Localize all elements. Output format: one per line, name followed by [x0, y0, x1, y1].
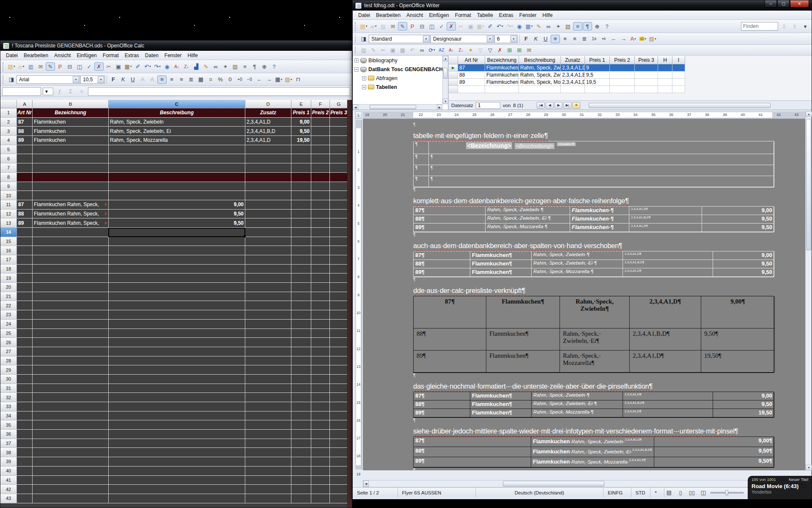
cell-B35[interactable]	[33, 420, 109, 430]
find-previous-icon[interactable]: ⇧	[790, 22, 799, 30]
scroll-down-icon[interactable]: ▼	[806, 465, 812, 470]
sort-descending-icon[interactable]: Z↓	[456, 46, 466, 54]
layout-book-icon[interactable]: ◫	[699, 489, 708, 497]
data-sources-icon[interactable]: ≡	[573, 22, 582, 30]
cell-E30[interactable]	[291, 375, 311, 384]
toolbar-grip[interactable]	[355, 35, 357, 43]
cell-D9[interactable]	[245, 182, 291, 191]
spelling-icon[interactable]: ✓	[85, 62, 94, 71]
cell-E2[interactable]: 9,00	[291, 118, 311, 127]
tab-stop-type-button[interactable]: L	[355, 111, 362, 119]
cell-D43[interactable]	[245, 494, 291, 503]
cell-G26[interactable]	[330, 338, 348, 347]
book-icon[interactable]: ▤	[664, 489, 674, 497]
cell-D27[interactable]	[245, 347, 291, 356]
reset-filter-icon[interactable]: ✗	[495, 46, 505, 54]
toolbar-grip[interactable]	[355, 47, 357, 54]
cell-E9[interactable]	[291, 182, 311, 191]
last-record-icon[interactable]: ▶|	[563, 102, 571, 109]
cell-D41[interactable]	[245, 476, 291, 485]
expander-icon[interactable]: +	[354, 58, 359, 63]
cell-C36[interactable]	[109, 430, 245, 439]
cell-G31[interactable]	[330, 384, 348, 393]
cell-E39[interactable]	[291, 457, 311, 467]
cell-B28[interactable]	[33, 356, 109, 366]
grid-cell[interactable]: 19,5	[585, 79, 610, 86]
zoom-icon[interactable]: ⊕	[260, 62, 269, 71]
row-header-18[interactable]: 18	[0, 265, 17, 274]
cell-E24[interactable]	[291, 320, 311, 329]
menu-datei[interactable]: Datei	[355, 11, 373, 19]
maximize-button[interactable]: ▢	[777, 0, 790, 8]
cell-E43[interactable]	[291, 494, 311, 503]
cell-B13[interactable]: Flammkuchen Rahm, Speck,	[33, 218, 109, 228]
cell-A12[interactable]: 88	[17, 210, 33, 219]
cell-A32[interactable]	[17, 393, 33, 402]
cell-E7[interactable]	[291, 163, 311, 173]
cell-C15[interactable]	[109, 237, 245, 246]
paragraph-style-combo-dropdown-icon[interactable]: ▾	[423, 36, 429, 42]
cell-C38[interactable]	[109, 448, 245, 457]
grid-horizontal-scrollbar[interactable]	[589, 103, 771, 108]
cell-A28[interactable]	[17, 356, 33, 366]
help-icon[interactable]: ?	[602, 22, 612, 30]
cell-A22[interactable]	[17, 301, 33, 310]
align-right-icon[interactable]: ≡	[570, 35, 579, 43]
cell-C40[interactable]	[109, 467, 245, 476]
row-header-38[interactable]: 38	[0, 448, 17, 457]
sort-descending-icon[interactable]: Z↓	[182, 62, 191, 71]
cell-A1[interactable]: Art Nr	[17, 108, 33, 118]
menu-einfügen[interactable]: Einfügen	[74, 52, 99, 59]
print-icon[interactable]: ⊟	[65, 62, 74, 71]
grid-cell[interactable]: 9,5	[585, 72, 610, 79]
row-header-10[interactable]: 10	[0, 191, 17, 200]
cell-G12[interactable]	[330, 210, 348, 219]
explorer-item-bibliography[interactable]: +Bibliography	[353, 56, 448, 65]
row-header-21[interactable]: 21	[0, 292, 17, 301]
cell-A11[interactable]: 87	[17, 200, 33, 210]
cell-F26[interactable]	[311, 338, 330, 347]
cell-C41[interactable]	[109, 476, 245, 485]
previous-record-icon[interactable]: ◀	[546, 102, 554, 109]
cell-E5[interactable]	[291, 145, 311, 155]
cell-D36[interactable]	[245, 430, 291, 439]
cell-F16[interactable]	[311, 246, 330, 255]
cell-C16[interactable]	[109, 246, 245, 255]
cell-E3[interactable]: 9,50	[291, 127, 311, 136]
cell-G27[interactable]	[330, 347, 348, 356]
cell-A33[interactable]	[17, 402, 33, 411]
page-preview-icon[interactable]: ◫	[427, 22, 436, 30]
add-decimal-icon[interactable]: +0	[235, 75, 244, 84]
cell-F3[interactable]	[311, 127, 330, 136]
name-box-dropdown-icon[interactable]: ▾	[43, 88, 53, 95]
redo-icon[interactable]: ↷▾	[505, 22, 514, 30]
cell-G6[interactable]	[330, 154, 348, 163]
cell-C19[interactable]	[109, 273, 245, 283]
show-draw-functions-icon[interactable]: ✎	[534, 22, 543, 30]
data-to-fields-icon[interactable]: ⊞	[515, 46, 524, 54]
cell-G38[interactable]	[330, 448, 348, 457]
export-pdf-icon[interactable]: P	[408, 22, 417, 30]
data-sources-icon[interactable]: ≡	[240, 62, 250, 71]
grid-cell[interactable]	[635, 86, 658, 93]
cell-D4[interactable]: 2,3,4,A1,D	[245, 136, 291, 145]
cell-C13[interactable]: 9,50	[109, 218, 245, 228]
grid-row[interactable]: 88FlammkuchenRahm, Speck, Zwi2,3,4,A1,B,…	[449, 72, 812, 79]
status-segment[interactable]: Flyer 6S AUSSEN	[398, 488, 476, 497]
grid-row[interactable]	[449, 86, 812, 93]
grid-cell[interactable]: 89	[458, 79, 485, 86]
cell-A2[interactable]: 87	[17, 118, 33, 127]
cell-D31[interactable]	[245, 384, 291, 393]
cell-F37[interactable]	[311, 439, 330, 448]
cell-E40[interactable]	[291, 467, 311, 476]
cell-D34[interactable]	[245, 411, 291, 421]
grid-cell[interactable]: 88	[458, 72, 485, 79]
row-header-4[interactable]: 4	[0, 136, 17, 145]
paragraph-style-combo[interactable]: Standard▾	[369, 35, 430, 43]
cell-B42[interactable]	[33, 485, 109, 494]
cell-A36[interactable]	[17, 430, 33, 439]
scroll-thumb[interactable]	[503, 481, 604, 486]
column-header-E[interactable]: E	[291, 100, 311, 108]
calc-titlebar[interactable]: ! Toscana Preisliste GENGENBACH.ods - Op…	[0, 41, 352, 51]
background-color-icon[interactable]: ▨▾	[284, 75, 293, 84]
